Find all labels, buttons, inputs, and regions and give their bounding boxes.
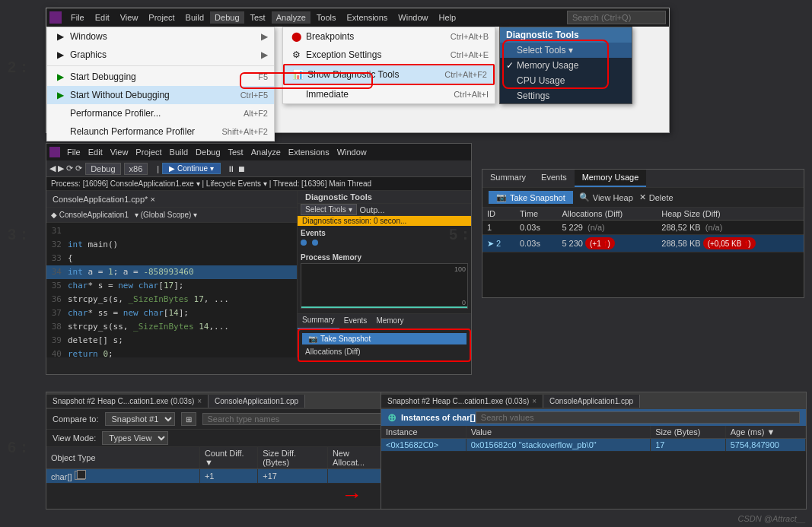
memory-table: ID Time Allocations (Diff) Heap Size (Di… [482,208,804,252]
mem-row-2[interactable]: ➤ 2 0.03s 5 230 (+1 ↑) 288,58 KB (+0,05 … [482,235,804,252]
object-row-char[interactable]: char[] +1 +17 [46,469,387,484]
events-tab[interactable]: Events [339,313,372,329]
start-nodebug-icon: ▶ [53,88,67,102]
ide-menu-edit[interactable]: Edit [84,146,107,158]
scope-label: ◆ ConsoleApplication1 [51,211,129,219]
memory-tab[interactable]: Memory [371,313,408,329]
menu-window[interactable]: Window [393,11,432,24]
ide-menu-project[interactable]: Project [132,146,165,158]
ide-menu-analyze[interactable]: Analyze [247,146,285,158]
menu-graphics[interactable]: ▶ Graphics ▶ [47,46,274,64]
menu-test[interactable]: Test [246,11,270,24]
row2-arrow: ➤ 2 [482,235,515,252]
cpp-tab[interactable]: ConsoleApplication1.cpp [209,395,305,408]
menu-windows[interactable]: ▶ Windows ▶ [47,27,274,46]
snapshot-tab-active[interactable]: Snapshot #2 Heap C...cation1.exe (0.03s)… [46,395,209,408]
summary-tab-mem[interactable]: Summary [482,170,533,187]
step2-label: 2： [8,57,31,78]
select-tools-item[interactable]: Select Tools ▾ [500,43,632,58]
menu-edit[interactable]: Edit [91,11,114,24]
top-menu-bar: File Edit View Project Build Debug Test … [46,8,669,27]
menu-help[interactable]: Help [434,11,460,24]
ide-menu-extensions[interactable]: Extensions [285,146,333,158]
menu-debug[interactable]: Debug [210,11,244,24]
alloc-diff-badge: (+1 ↑) [585,237,615,249]
continue-button[interactable]: ▶ Continue ▾ [162,163,221,174]
cpp-tab-label: ConsoleApplication1.cpp [215,397,298,405]
delete-button[interactable]: ✕ Delete [639,192,673,202]
instances-cpp-tab[interactable]: ConsoleApplication1.cpp [543,395,640,408]
instance-value: 0x015682c0 "stackoverflow_pb\0" [466,439,651,452]
menu-start-debugging[interactable]: ▶ Start Debugging F5 [47,68,274,86]
exception-icon: ⚙ [289,48,303,62]
diag-bottom-tabs: Summary Events Memory [298,313,471,329]
start-debug-icon: ▶ [53,70,67,84]
row1-id: 1 [482,221,515,235]
delete-label: Delete [649,193,673,202]
mem-row-1[interactable]: 1 0.03s 5 229 (n/a) 288,52 KB (n/a) [482,221,804,235]
menu-performance-profiler[interactable]: Performance Profiler... Alt+F2 [47,104,274,122]
cpu-usage-item[interactable]: CPU Usage [500,73,632,88]
code-line-33: 33 { [46,252,297,265]
menu-file[interactable]: File [66,11,89,24]
menu-tools[interactable]: Tools [312,11,341,24]
col-size-diff: Size Diff. (Bytes) [258,447,328,469]
compare-dropdown[interactable]: Snapshot #1 [105,412,175,426]
menu-exception-settings[interactable]: ⚙ Exception Settings Ctrl+Alt+E [283,46,495,64]
snapshot-tab-label: Snapshot #2 Heap C...cation1.exe (0.03s) [53,397,194,405]
memory-usage-item[interactable]: ✓ Memory Usage [500,58,632,73]
select-tools-button[interactable]: Select Tools ▾ [301,204,357,215]
delete-icon: ✕ [639,192,646,202]
scope-dropdown[interactable]: ▾ (Global Scope) ▾ [135,211,197,219]
debug-config[interactable]: Debug [85,163,120,175]
ide-vs-logo [49,147,60,157]
menu-build[interactable]: Build [181,11,209,24]
menu-breakpoints[interactable]: ⬤ Breakpoints Ctrl+Alt+B [283,27,495,46]
menu-extensions[interactable]: Extensions [342,11,393,24]
ide-menu-debug[interactable]: Debug [192,146,224,158]
view-heap-button[interactable]: 🔍 View Heap [579,192,633,202]
instances-search-input[interactable] [476,411,800,424]
memory-tab-bar: Summary Events Memory Usage [482,170,804,188]
events-tab-mem[interactable]: Events [533,170,575,187]
ide-menu-view[interactable]: View [107,146,132,158]
ide-menu-test[interactable]: Test [224,146,247,158]
menu-project[interactable]: Project [144,11,179,24]
relaunch-icon [53,125,67,138]
type-search-input[interactable] [202,413,381,425]
take-snapshot-mem-button[interactable]: 📷 Take Snapshot [489,191,573,204]
step6-label: 6： [8,437,31,458]
summary-tab[interactable]: Summary [298,313,339,329]
instance-addr: <0x15682C0> [381,439,466,452]
instances-snapshot-tab[interactable]: Snapshot #2 Heap C...cation1.exe (0.03s)… [381,395,543,408]
ide-menu-build[interactable]: Build [166,146,192,158]
ide-toolbar: ◀ ▶ ⟳ ⟳ Debug x86 | ▶ Continue ▾ ⏸ ⏹ [46,160,471,177]
memory-usage-tab[interactable]: Memory Usage [575,170,647,187]
search-input[interactable] [567,11,666,24]
menu-immediate[interactable]: Immediate Ctrl+Alt+I [283,85,495,103]
view-mode-dropdown[interactable]: Types View [102,431,168,445]
toolbar-spacer: | [157,164,159,173]
ide-section: File Edit View Project Build Debug Test … [46,143,472,375]
memory-usage-panel: Summary Events Memory Usage 📷 Take Snaps… [482,169,804,298]
take-snapshot-button[interactable]: 📷 Take Snapshot [302,333,467,344]
snapshot-tab-close[interactable]: × [197,397,202,405]
filter-button[interactable]: ⊞ [181,412,196,426]
toolbar-icons: ◀ ▶ ⟳ ⟳ [49,163,82,173]
col-time: Time [515,208,557,221]
menu-show-diagnostic-tools[interactable]: 📊 Show Diagnostic Tools Ctrl+Alt+F2 [283,64,495,85]
menu-relaunch-profiler[interactable]: Relaunch Performance Profiler Shift+Alt+… [47,122,274,141]
step5-label: 5： [449,224,473,245]
code-tab[interactable]: ConsoleApplication1.cpp* × [46,191,297,208]
menu-analyze[interactable]: Analyze [272,11,310,24]
perf-icon [53,106,67,120]
platform-selector[interactable]: x86 [124,163,148,175]
ide-menu-window[interactable]: Window [333,146,371,158]
instance-row-1[interactable]: <0x15682C0> 0x015682c0 "stackoverflow_pb… [381,439,806,452]
settings-item[interactable]: Settings [500,88,632,103]
instances-close[interactable]: × [532,397,537,405]
menu-start-without-debugging[interactable]: ▶ Start Without Debugging Ctrl+F5 [47,86,274,104]
menu-view[interactable]: View [116,11,143,24]
ide-menu-file[interactable]: File [63,146,84,158]
process-memory-line [301,306,467,308]
